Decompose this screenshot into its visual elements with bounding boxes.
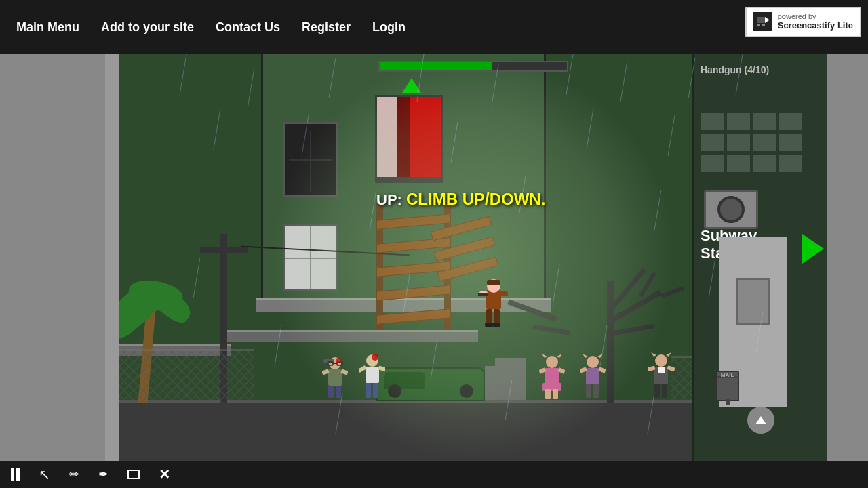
top-navigation: Main Menu Add to your site Contact Us Re… (0, 0, 868, 54)
player-character (478, 277, 509, 331)
fence-left (119, 349, 254, 403)
cursor-tool-button[interactable]: ↖ (35, 464, 54, 485)
close-icon: ✕ (159, 466, 170, 483)
direction-arrow (402, 78, 421, 93)
left-panel-inner (105, 54, 119, 461)
platform-mid (227, 330, 478, 342)
svg-rect-13 (500, 291, 508, 296)
bare-tree (607, 281, 614, 403)
svg-line-71 (587, 108, 593, 149)
svg-rect-3 (757, 24, 760, 26)
svg-rect-29 (366, 383, 371, 398)
svg-rect-36 (545, 389, 551, 399)
svg-rect-46 (586, 384, 591, 398)
car (376, 367, 485, 401)
zombie-2 (359, 352, 385, 401)
svg-rect-32 (378, 366, 385, 372)
zombie-5 (648, 352, 675, 401)
right-panel (827, 54, 868, 461)
svg-rect-8 (486, 309, 492, 324)
svg-rect-11 (492, 323, 500, 327)
building-window-left (283, 122, 338, 197)
svg-rect-1 (757, 17, 765, 23)
svg-line-68 (214, 108, 220, 149)
zombie-3 (539, 354, 565, 401)
svg-line-65 (620, 61, 627, 102)
grid-wall-pattern (701, 112, 802, 173)
svg-rect-56 (662, 384, 667, 398)
svg-rect-9 (494, 309, 500, 324)
building-scene: UP: CLIMB UP/DOWN. (119, 54, 827, 461)
svg-rect-19 (332, 363, 337, 364)
svg-line-78 (553, 264, 559, 305)
svg-point-27 (372, 354, 378, 361)
subway-icon-box (704, 190, 758, 229)
svg-marker-43 (583, 354, 588, 358)
svg-line-72 (668, 115, 675, 156)
svg-marker-41 (557, 354, 562, 358)
add-to-site-button[interactable]: Add to your site (92, 15, 203, 40)
svg-rect-55 (654, 384, 660, 398)
svg-rect-4 (762, 24, 765, 26)
left-panel (0, 54, 119, 461)
contact-us-button[interactable]: Contact Us (206, 15, 290, 40)
svg-point-50 (655, 354, 667, 367)
far-right-building-window (736, 278, 770, 325)
svg-rect-28 (366, 367, 379, 383)
screencastify-text: powered by Screencastify Lite (778, 12, 853, 32)
zombie-1 (322, 355, 348, 401)
health-bar-fill (380, 62, 492, 70)
svg-line-75 (654, 190, 661, 230)
svg-point-42 (587, 356, 599, 368)
handgun-counter: Handgun (4/10) (701, 64, 769, 75)
svg-rect-30 (373, 383, 378, 398)
bottom-toolbar: ↖ ✏ ✒ ✕ (0, 461, 868, 488)
mailbox: MAIL (715, 371, 739, 401)
svg-rect-54 (658, 367, 665, 373)
scroll-up-arrow[interactable] (747, 407, 774, 434)
svg-rect-34 (545, 368, 559, 384)
svg-rect-20 (328, 369, 342, 386)
game-area: UP: CLIMB UP/DOWN. (0, 54, 868, 461)
login-button[interactable]: Login (363, 15, 415, 40)
svg-rect-10 (485, 323, 493, 327)
svg-rect-14 (478, 293, 488, 296)
screencastify-branding: powered by Screencastify Lite (745, 7, 861, 37)
cursor-icon: ↖ (39, 466, 50, 483)
pause-icon (11, 468, 20, 481)
health-bar (378, 61, 568, 72)
svg-rect-37 (553, 389, 558, 399)
svg-marker-52 (666, 352, 671, 357)
svg-rect-57 (648, 366, 656, 372)
rectangle-icon (127, 470, 140, 479)
svg-line-60 (248, 68, 254, 108)
zombie-4 (580, 354, 606, 401)
svg-rect-7 (487, 280, 500, 285)
svg-rect-5 (486, 290, 501, 309)
main-menu-button[interactable]: Main Menu (7, 15, 89, 40)
screencastify-icon (753, 12, 772, 31)
svg-point-25 (336, 358, 341, 363)
pause-button[interactable] (7, 466, 24, 483)
svg-rect-47 (593, 384, 599, 398)
pencil-icon: ✏ (69, 467, 79, 482)
svg-rect-58 (667, 365, 675, 371)
close-tool-button[interactable]: ✕ (155, 464, 174, 485)
svg-rect-45 (586, 368, 599, 384)
pencil-tool-button[interactable]: ✏ (65, 464, 83, 485)
building-window-lower (283, 224, 338, 291)
svg-rect-21 (328, 386, 334, 398)
game-instruction-text: UP: CLIMB UP/DOWN. (376, 190, 545, 209)
pen-icon: ✒ (98, 467, 108, 482)
svg-point-33 (546, 356, 558, 368)
rectangle-tool-button[interactable] (123, 467, 144, 482)
register-button[interactable]: Register (292, 15, 360, 40)
svg-marker-51 (651, 352, 656, 357)
svg-line-64 (566, 54, 573, 95)
subway-arrow (802, 234, 824, 264)
building-window-center (375, 95, 443, 183)
svg-rect-22 (336, 386, 341, 398)
pen-tool-button[interactable]: ✒ (94, 464, 113, 485)
svg-line-59 (180, 54, 186, 95)
svg-line-76 (193, 258, 200, 298)
